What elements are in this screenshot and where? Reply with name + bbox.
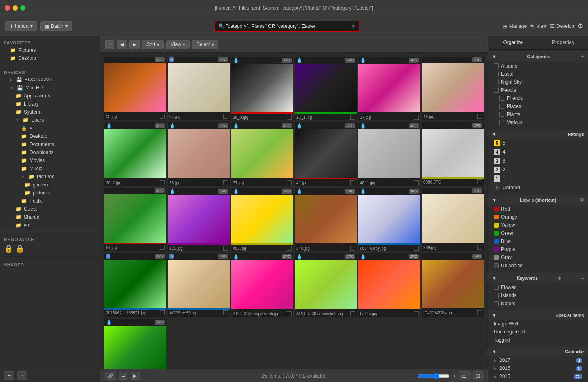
special-imagewell[interactable]: Image Well <box>488 320 588 328</box>
search-clear-button[interactable]: ✕ <box>351 23 356 30</box>
keywords-minus-button[interactable]: − <box>582 276 584 281</box>
compare-button[interactable]: ⇄ <box>119 372 128 380</box>
batch-button[interactable]: ▦ Batch ▾ <box>40 21 72 31</box>
photo-select-checkbox[interactable] <box>414 115 419 120</box>
photo-cell[interactable]: 💧 JPG 35.jpg <box>168 122 230 186</box>
category-easter[interactable]: Easter <box>488 70 588 78</box>
sidebar-item-applications[interactable]: 📁 Applications <box>0 92 100 100</box>
add-button[interactable]: + <box>4 371 14 380</box>
calendar-header[interactable]: ▼ Calendar <box>488 347 588 356</box>
label-yellow[interactable]: Yellow <box>488 221 588 229</box>
sort-button[interactable]: Sort ▾ <box>142 40 164 49</box>
photo-select-checkbox[interactable] <box>350 246 355 251</box>
photo-cell[interactable]: 💧 JPG 653 - Copy.jpg <box>358 188 420 251</box>
keyword-nature[interactable]: Nature <box>488 300 588 308</box>
photo-select-checkbox[interactable] <box>287 180 292 185</box>
properties-tab[interactable]: Properties <box>538 36 588 49</box>
photo-cell[interactable]: 3 JPG ACDSee 55.jpg <box>168 253 230 317</box>
photo-select-checkbox[interactable] <box>287 115 292 120</box>
photo-select-checkbox[interactable] <box>477 114 482 119</box>
sidebar-item-desktop2[interactable]: 📁 Desktop <box>0 132 100 140</box>
search-box[interactable]: 🔍 ✕ <box>214 21 360 32</box>
photo-select-checkbox[interactable] <box>477 245 482 250</box>
slideshow-button[interactable]: ▶ <box>131 372 140 380</box>
forward-nav-button[interactable]: ▶ <box>129 40 140 49</box>
sidebar-item-shared[interactable]: 📁 Shared <box>0 213 100 221</box>
category-albums[interactable]: Albums <box>488 62 588 70</box>
zoom-in-icon[interactable]: + <box>453 373 456 379</box>
calendar-2014[interactable]: ▶ 2014 19 <box>488 380 588 382</box>
calendar-2015[interactable]: ▶ 2015 23 <box>488 372 588 380</box>
photo-cell[interactable]: 💧 JPG 13_1.jpg <box>295 57 357 120</box>
photo-cell[interactable]: 💧 JPG Fall2a.jpg <box>358 253 420 317</box>
nature-checkbox[interactable] <box>494 301 499 306</box>
sidebar-item-bootcamp[interactable]: ▶ 💾 BOOTCAMP <box>0 76 100 84</box>
traffic-lights[interactable] <box>5 5 25 11</box>
keywords-header[interactable]: ▼ Keywords + − <box>488 273 588 283</box>
photo-select-checkbox[interactable] <box>350 180 355 185</box>
keyword-islands[interactable]: Islands <box>488 291 588 300</box>
sidebar-item-music[interactable]: 📁 Music <box>0 165 100 173</box>
label-unlabeled[interactable]: Unlabeled <box>488 262 588 270</box>
rating-4[interactable]: 4 4 <box>488 148 588 156</box>
sidebar-item-pictures2[interactable]: ▼ 📁 Pictures <box>0 173 100 181</box>
labels-header[interactable]: ▼ Labels (shortcut) ⚙ <box>488 195 588 205</box>
category-nightsky[interactable]: Night Sky <box>488 78 588 86</box>
photo-cell[interactable]: 💧 JPG APO_7230 copiewtmk.jpg <box>295 253 357 317</box>
rating-1[interactable]: 1 1 <box>488 174 588 183</box>
label-orange[interactable]: Orange <box>488 213 588 221</box>
categories-add-button[interactable]: + <box>581 53 584 60</box>
label-green[interactable]: Green <box>488 229 588 237</box>
select-button[interactable]: Select ▾ <box>192 40 218 49</box>
sidebar-item-documents[interactable]: 📁 Documents <box>0 140 100 148</box>
photo-cell[interactable]: JPG 05.jpg <box>104 57 166 120</box>
category-plants[interactable]: Plants <box>488 110 588 118</box>
sidebar-item-lock[interactable]: 🔒 ● <box>0 124 100 132</box>
category-friends[interactable]: Friends <box>488 94 588 102</box>
photo-cell[interactable]: JPG 0080.JPG <box>422 122 484 186</box>
view-mode-button[interactable]: View ▾ <box>166 40 190 49</box>
develop-button[interactable]: 🖼 Develop <box>550 23 574 29</box>
rating-3[interactable]: 3 3 <box>488 156 588 165</box>
sidebar-item-users[interactable]: ▼ 📁 Users <box>0 116 100 124</box>
maximize-button[interactable] <box>20 5 25 11</box>
ratings-header[interactable]: ▼ Ratings <box>488 130 588 139</box>
photo-cell[interactable]: JPG 97.jpg <box>104 188 166 251</box>
photo-select-checkbox[interactable] <box>350 115 355 120</box>
import-button[interactable]: ⬆ Import ▾ <box>5 21 37 31</box>
sidebar-item-downloads[interactable]: 📁 Downloads <box>0 148 100 156</box>
settings-button[interactable]: ⚙ <box>577 22 583 30</box>
list-view-button[interactable]: ☰ <box>459 371 470 380</box>
photo-select-checkbox[interactable] <box>160 180 165 185</box>
places-checkbox[interactable] <box>499 104 504 109</box>
photo-cell[interactable]: 💧 JPG 20_2.jpg <box>104 122 166 186</box>
sidebar-item-pictures[interactable]: 📁 Pictures <box>0 46 100 54</box>
photo-select-checkbox[interactable] <box>287 311 292 316</box>
photo-cell[interactable]: 💧 JPG 120.jpg <box>168 188 230 251</box>
plants-checkbox[interactable] <box>499 112 504 117</box>
photo-cell[interactable]: JPG ID-10042284.jpg <box>422 253 484 317</box>
label-red[interactable]: Red <box>488 205 588 213</box>
photo-select-checkbox[interactable] <box>223 180 228 185</box>
sidebar-item-desktop[interactable]: 📁 Desktop <box>0 54 100 62</box>
sidebar-item-vm[interactable]: 📁 vm <box>0 221 100 229</box>
photo-select-checkbox[interactable] <box>160 114 165 119</box>
link-button[interactable]: 🔗 <box>105 372 116 380</box>
rating-2[interactable]: 2 2 <box>488 165 588 174</box>
sidebar-item-guest[interactable]: 📁 Guest <box>0 205 100 213</box>
label-blue[interactable]: Blue <box>488 237 588 245</box>
special-header[interactable]: ▼ Special Items <box>488 311 588 320</box>
photo-select-checkbox[interactable] <box>477 179 482 184</box>
organize-tab[interactable]: Organize <box>488 36 538 49</box>
sidebar-item-garden[interactable]: 📁 garden <box>0 181 100 189</box>
photo-select-checkbox[interactable] <box>350 311 355 316</box>
manage-button[interactable]: ⊞ Manage <box>503 23 527 30</box>
special-uncategorized[interactable]: Uncategorized <box>488 328 588 336</box>
sidebar-item-system[interactable]: 📁 System <box>0 108 100 116</box>
photo-cell[interactable]: 💧 JPG 544.jpg <box>295 188 357 251</box>
sidebar-item-public[interactable]: 📁 Public <box>0 197 100 205</box>
photo-select-checkbox[interactable] <box>223 246 228 251</box>
category-various[interactable]: Various <box>488 118 588 127</box>
photo-select-checkbox[interactable] <box>223 114 228 119</box>
grid-view-button[interactable]: ⊞ <box>473 371 483 380</box>
